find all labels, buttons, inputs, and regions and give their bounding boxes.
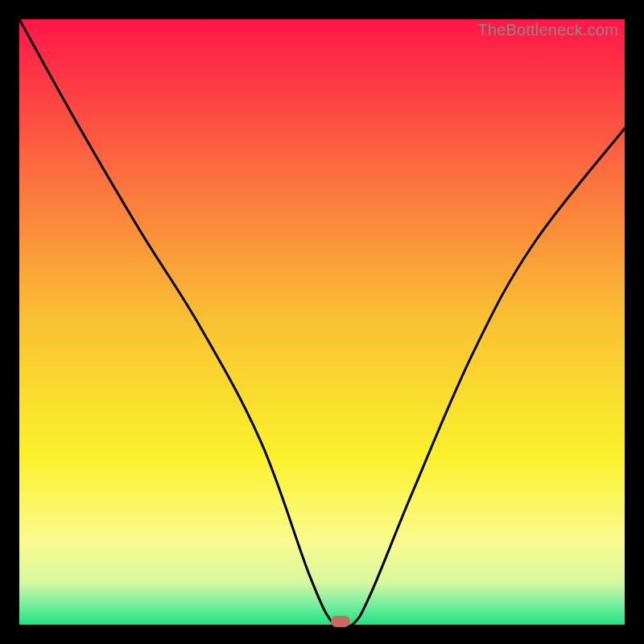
svg-rect-0: [19, 19, 625, 625]
chart-frame: TheBottleneck.com: [19, 19, 625, 625]
optimal-point-marker: [331, 616, 350, 627]
watermark-text: TheBottleneck.com: [477, 21, 618, 39]
gradient-background: [19, 19, 625, 625]
